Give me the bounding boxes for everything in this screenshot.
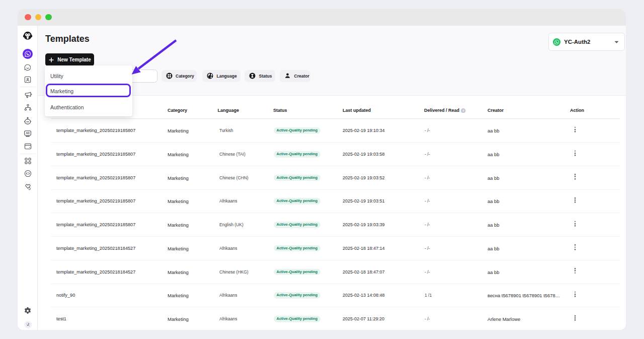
svg-text:AD: AD: [26, 131, 30, 134]
svg-text:?: ?: [462, 109, 464, 112]
